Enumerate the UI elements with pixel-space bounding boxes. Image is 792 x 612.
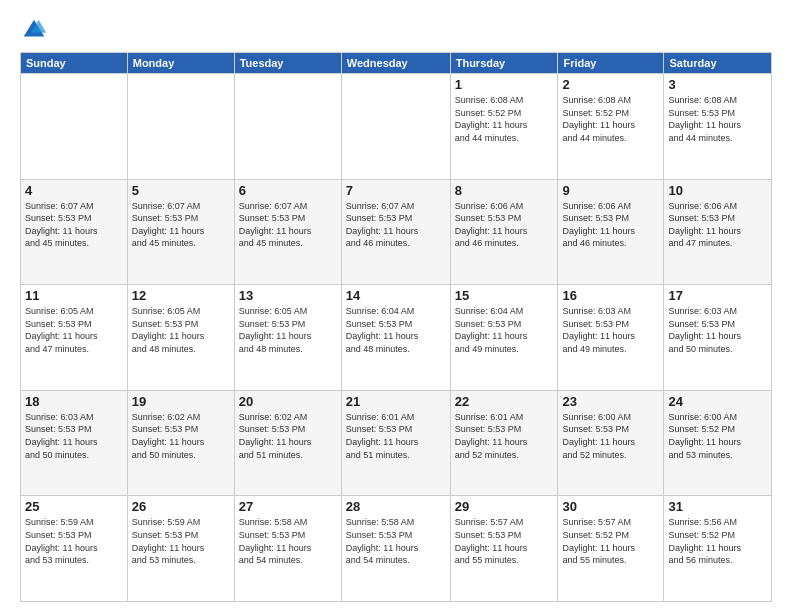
day-info: Sunrise: 6:05 AM Sunset: 5:53 PM Dayligh… — [239, 305, 337, 355]
page: SundayMondayTuesdayWednesdayThursdayFrid… — [0, 0, 792, 612]
calendar-cell: 18Sunrise: 6:03 AM Sunset: 5:53 PM Dayli… — [21, 390, 128, 496]
day-info: Sunrise: 6:07 AM Sunset: 5:53 PM Dayligh… — [132, 200, 230, 250]
header-row: SundayMondayTuesdayWednesdayThursdayFrid… — [21, 53, 772, 74]
calendar-cell: 6Sunrise: 6:07 AM Sunset: 5:53 PM Daylig… — [234, 179, 341, 285]
day-number: 12 — [132, 288, 230, 303]
day-header-sunday: Sunday — [21, 53, 128, 74]
calendar-cell: 19Sunrise: 6:02 AM Sunset: 5:53 PM Dayli… — [127, 390, 234, 496]
calendar-cell: 28Sunrise: 5:58 AM Sunset: 5:53 PM Dayli… — [341, 496, 450, 602]
calendar-cell: 14Sunrise: 6:04 AM Sunset: 5:53 PM Dayli… — [341, 285, 450, 391]
day-number: 2 — [562, 77, 659, 92]
calendar-cell: 10Sunrise: 6:06 AM Sunset: 5:53 PM Dayli… — [664, 179, 772, 285]
calendar-cell: 24Sunrise: 6:00 AM Sunset: 5:52 PM Dayli… — [664, 390, 772, 496]
day-info: Sunrise: 6:01 AM Sunset: 5:53 PM Dayligh… — [455, 411, 554, 461]
day-info: Sunrise: 6:04 AM Sunset: 5:53 PM Dayligh… — [346, 305, 446, 355]
day-info: Sunrise: 6:06 AM Sunset: 5:53 PM Dayligh… — [562, 200, 659, 250]
day-number: 6 — [239, 183, 337, 198]
week-row-1: 1Sunrise: 6:08 AM Sunset: 5:52 PM Daylig… — [21, 74, 772, 180]
day-number: 5 — [132, 183, 230, 198]
calendar-cell: 26Sunrise: 5:59 AM Sunset: 5:53 PM Dayli… — [127, 496, 234, 602]
calendar-cell: 7Sunrise: 6:07 AM Sunset: 5:53 PM Daylig… — [341, 179, 450, 285]
day-header-thursday: Thursday — [450, 53, 558, 74]
calendar-cell: 4Sunrise: 6:07 AM Sunset: 5:53 PM Daylig… — [21, 179, 128, 285]
week-row-4: 18Sunrise: 6:03 AM Sunset: 5:53 PM Dayli… — [21, 390, 772, 496]
day-info: Sunrise: 6:00 AM Sunset: 5:52 PM Dayligh… — [668, 411, 767, 461]
day-number: 10 — [668, 183, 767, 198]
day-number: 8 — [455, 183, 554, 198]
calendar-table: SundayMondayTuesdayWednesdayThursdayFrid… — [20, 52, 772, 602]
week-row-5: 25Sunrise: 5:59 AM Sunset: 5:53 PM Dayli… — [21, 496, 772, 602]
day-number: 27 — [239, 499, 337, 514]
day-info: Sunrise: 6:03 AM Sunset: 5:53 PM Dayligh… — [668, 305, 767, 355]
header — [20, 16, 772, 44]
day-info: Sunrise: 5:57 AM Sunset: 5:53 PM Dayligh… — [455, 516, 554, 566]
calendar-cell: 20Sunrise: 6:02 AM Sunset: 5:53 PM Dayli… — [234, 390, 341, 496]
day-number: 13 — [239, 288, 337, 303]
day-number: 20 — [239, 394, 337, 409]
day-number: 9 — [562, 183, 659, 198]
day-header-friday: Friday — [558, 53, 664, 74]
calendar-cell — [21, 74, 128, 180]
day-info: Sunrise: 6:02 AM Sunset: 5:53 PM Dayligh… — [132, 411, 230, 461]
day-number: 22 — [455, 394, 554, 409]
calendar-cell: 21Sunrise: 6:01 AM Sunset: 5:53 PM Dayli… — [341, 390, 450, 496]
calendar-cell: 25Sunrise: 5:59 AM Sunset: 5:53 PM Dayli… — [21, 496, 128, 602]
calendar-cell: 30Sunrise: 5:57 AM Sunset: 5:52 PM Dayli… — [558, 496, 664, 602]
day-number: 23 — [562, 394, 659, 409]
day-info: Sunrise: 6:07 AM Sunset: 5:53 PM Dayligh… — [25, 200, 123, 250]
calendar-cell: 11Sunrise: 6:05 AM Sunset: 5:53 PM Dayli… — [21, 285, 128, 391]
calendar-cell: 12Sunrise: 6:05 AM Sunset: 5:53 PM Dayli… — [127, 285, 234, 391]
calendar-cell: 13Sunrise: 6:05 AM Sunset: 5:53 PM Dayli… — [234, 285, 341, 391]
day-number: 30 — [562, 499, 659, 514]
day-header-tuesday: Tuesday — [234, 53, 341, 74]
day-number: 19 — [132, 394, 230, 409]
calendar-cell: 22Sunrise: 6:01 AM Sunset: 5:53 PM Dayli… — [450, 390, 558, 496]
day-header-monday: Monday — [127, 53, 234, 74]
day-info: Sunrise: 6:06 AM Sunset: 5:53 PM Dayligh… — [455, 200, 554, 250]
day-number: 31 — [668, 499, 767, 514]
day-header-wednesday: Wednesday — [341, 53, 450, 74]
day-info: Sunrise: 6:02 AM Sunset: 5:53 PM Dayligh… — [239, 411, 337, 461]
calendar-body: 1Sunrise: 6:08 AM Sunset: 5:52 PM Daylig… — [21, 74, 772, 602]
day-info: Sunrise: 6:07 AM Sunset: 5:53 PM Dayligh… — [239, 200, 337, 250]
calendar-cell: 1Sunrise: 6:08 AM Sunset: 5:52 PM Daylig… — [450, 74, 558, 180]
day-number: 1 — [455, 77, 554, 92]
day-info: Sunrise: 6:08 AM Sunset: 5:53 PM Dayligh… — [668, 94, 767, 144]
calendar-cell: 27Sunrise: 5:58 AM Sunset: 5:53 PM Dayli… — [234, 496, 341, 602]
day-info: Sunrise: 5:58 AM Sunset: 5:53 PM Dayligh… — [346, 516, 446, 566]
day-number: 17 — [668, 288, 767, 303]
day-info: Sunrise: 6:05 AM Sunset: 5:53 PM Dayligh… — [25, 305, 123, 355]
day-number: 7 — [346, 183, 446, 198]
day-number: 28 — [346, 499, 446, 514]
calendar-cell: 17Sunrise: 6:03 AM Sunset: 5:53 PM Dayli… — [664, 285, 772, 391]
day-header-saturday: Saturday — [664, 53, 772, 74]
day-number: 26 — [132, 499, 230, 514]
day-info: Sunrise: 5:59 AM Sunset: 5:53 PM Dayligh… — [25, 516, 123, 566]
day-info: Sunrise: 5:56 AM Sunset: 5:52 PM Dayligh… — [668, 516, 767, 566]
day-number: 24 — [668, 394, 767, 409]
logo-icon — [20, 16, 48, 44]
day-number: 15 — [455, 288, 554, 303]
day-number: 21 — [346, 394, 446, 409]
calendar-cell: 31Sunrise: 5:56 AM Sunset: 5:52 PM Dayli… — [664, 496, 772, 602]
day-number: 29 — [455, 499, 554, 514]
calendar-cell: 3Sunrise: 6:08 AM Sunset: 5:53 PM Daylig… — [664, 74, 772, 180]
week-row-3: 11Sunrise: 6:05 AM Sunset: 5:53 PM Dayli… — [21, 285, 772, 391]
calendar-cell: 23Sunrise: 6:00 AM Sunset: 5:53 PM Dayli… — [558, 390, 664, 496]
day-info: Sunrise: 6:08 AM Sunset: 5:52 PM Dayligh… — [455, 94, 554, 144]
day-number: 18 — [25, 394, 123, 409]
calendar-cell: 9Sunrise: 6:06 AM Sunset: 5:53 PM Daylig… — [558, 179, 664, 285]
day-info: Sunrise: 6:03 AM Sunset: 5:53 PM Dayligh… — [25, 411, 123, 461]
day-info: Sunrise: 6:04 AM Sunset: 5:53 PM Dayligh… — [455, 305, 554, 355]
day-info: Sunrise: 6:03 AM Sunset: 5:53 PM Dayligh… — [562, 305, 659, 355]
calendar-cell: 8Sunrise: 6:06 AM Sunset: 5:53 PM Daylig… — [450, 179, 558, 285]
calendar-cell: 15Sunrise: 6:04 AM Sunset: 5:53 PM Dayli… — [450, 285, 558, 391]
week-row-2: 4Sunrise: 6:07 AM Sunset: 5:53 PM Daylig… — [21, 179, 772, 285]
day-info: Sunrise: 5:57 AM Sunset: 5:52 PM Dayligh… — [562, 516, 659, 566]
calendar-header: SundayMondayTuesdayWednesdayThursdayFrid… — [21, 53, 772, 74]
calendar-cell — [127, 74, 234, 180]
day-info: Sunrise: 6:00 AM Sunset: 5:53 PM Dayligh… — [562, 411, 659, 461]
day-info: Sunrise: 6:07 AM Sunset: 5:53 PM Dayligh… — [346, 200, 446, 250]
logo — [20, 16, 52, 44]
day-number: 16 — [562, 288, 659, 303]
